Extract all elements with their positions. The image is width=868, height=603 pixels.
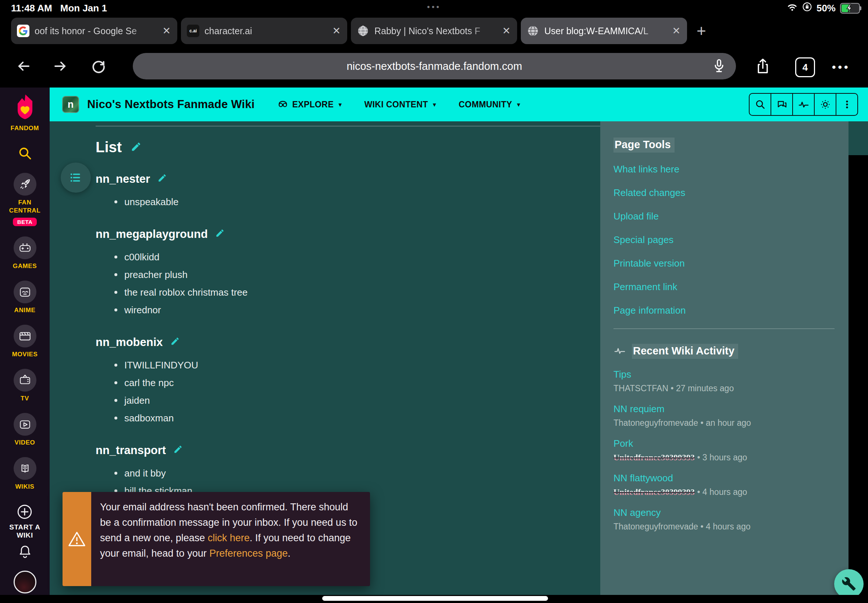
list-item: ITWILLFINDYOU bbox=[124, 356, 600, 374]
new-tab-button[interactable]: + bbox=[696, 23, 706, 39]
address-bar[interactable]: nicos-nextbots-fanmade.fandom.com bbox=[133, 53, 736, 79]
kebab-menu-icon[interactable] bbox=[836, 94, 857, 115]
status-bar: 11:48 AM Mon Jan 1 ••• 50% bbox=[0, 0, 868, 16]
notifications-bell-icon[interactable] bbox=[18, 544, 32, 561]
tab-title: character.ai bbox=[204, 26, 326, 36]
tab-switcher-button[interactable]: 4 bbox=[795, 57, 815, 77]
close-icon[interactable]: ✕ bbox=[331, 25, 341, 37]
header-action-group bbox=[749, 93, 858, 116]
page-tools-links: What links hereRelated changesUpload fil… bbox=[613, 164, 834, 316]
back-button[interactable] bbox=[10, 53, 37, 79]
search-icon[interactable] bbox=[750, 94, 771, 115]
edit-pencil-icon[interactable] bbox=[170, 336, 180, 349]
activity-user[interactable]: Thatoneguyfromevade bbox=[613, 418, 698, 428]
chevron-down-icon: ▼ bbox=[432, 102, 437, 108]
page-tools-link[interactable]: Special pages bbox=[613, 234, 834, 246]
menu-explore[interactable]: EXPLORE▼ bbox=[277, 99, 343, 110]
url-text: nicos-nextbots-fanmade.fandom.com bbox=[347, 60, 522, 73]
rail-divider bbox=[613, 328, 834, 329]
date: Mon Jan 1 bbox=[60, 3, 107, 14]
activity-page-link[interactable]: Pork bbox=[613, 438, 633, 449]
email-confirmation-toast: Your email address hasn't been confirmed… bbox=[62, 492, 370, 586]
tv-icon[interactable] bbox=[14, 369, 36, 391]
page-tools-link[interactable]: Permanent link bbox=[613, 281, 834, 293]
warning-strip bbox=[62, 492, 91, 586]
menu-community[interactable]: COMMUNITY▼ bbox=[459, 100, 521, 110]
tab-google-search[interactable]: oof its honor - Google Se ✕ bbox=[11, 18, 177, 44]
rail-item-fan-central[interactable]: FANCENTRAL bbox=[9, 199, 40, 215]
edit-pencil-icon[interactable] bbox=[173, 444, 183, 457]
close-icon[interactable]: ✕ bbox=[501, 25, 511, 37]
activity-meta: THATSCTFAN • 27 minutes ago bbox=[613, 383, 834, 393]
fandom-label[interactable]: FANDOM bbox=[11, 124, 39, 132]
search-icon[interactable] bbox=[17, 145, 33, 162]
page-heading-text: List bbox=[96, 139, 122, 156]
activity-pulse-icon[interactable] bbox=[792, 94, 814, 115]
share-icon[interactable] bbox=[750, 53, 776, 79]
activity-user[interactable]: Thatoneguyfromevade bbox=[613, 522, 698, 531]
rail-item-video[interactable]: VIDEO bbox=[15, 439, 35, 447]
clapperboard-icon[interactable] bbox=[14, 325, 36, 348]
home-indicator[interactable] bbox=[322, 596, 548, 601]
gamepad-icon[interactable] bbox=[14, 237, 36, 259]
toc-button[interactable] bbox=[61, 162, 91, 193]
user-avatar[interactable] bbox=[14, 571, 36, 594]
fandom-logo-icon[interactable] bbox=[13, 93, 37, 121]
rail-item-anime[interactable]: ANIME bbox=[14, 306, 36, 314]
edit-pencil-icon[interactable] bbox=[131, 139, 142, 156]
activity-user[interactable]: Unitedfrance30399393 bbox=[613, 487, 695, 497]
activity-page-link[interactable]: NN requiem bbox=[613, 404, 665, 415]
wiki-title[interactable]: Nico's Nextbots Fanmade Wiki bbox=[87, 98, 255, 111]
globe-icon bbox=[527, 25, 539, 37]
activity-page-link[interactable]: NN flattywood bbox=[613, 473, 673, 484]
page-tools-link[interactable]: Upload file bbox=[613, 211, 834, 222]
close-icon[interactable]: ✕ bbox=[671, 25, 681, 37]
edit-pencil-icon[interactable] bbox=[215, 227, 225, 241]
browser-menu-icon[interactable]: ••• bbox=[832, 61, 850, 74]
browser-tab-bar: oof its honor - Google Se ✕ c.ai charact… bbox=[0, 17, 868, 45]
rail-item-tv[interactable]: TV bbox=[21, 394, 29, 403]
admin-tools-button[interactable] bbox=[834, 569, 863, 598]
forward-button[interactable] bbox=[47, 53, 74, 79]
anime-face-icon[interactable] bbox=[14, 281, 36, 303]
rail-item-movies[interactable]: MOVIES bbox=[12, 350, 38, 359]
list-item: and it bby bbox=[124, 464, 600, 482]
microphone-icon[interactable] bbox=[712, 58, 726, 77]
theme-sun-icon[interactable] bbox=[814, 94, 836, 115]
page-tools-link[interactable]: Printable version bbox=[613, 258, 834, 269]
page-tools-link[interactable]: What links here bbox=[613, 164, 834, 175]
toast-message: Your email address hasn't been confirmed… bbox=[91, 492, 370, 586]
wifi-icon bbox=[787, 3, 798, 14]
recent-activity-heading: Recent Wiki Activity bbox=[632, 344, 738, 359]
wiki-logo[interactable]: n bbox=[62, 96, 79, 113]
start-a-wiki-button[interactable]: START AWIKI bbox=[9, 503, 40, 540]
toast-link[interactable]: Preferences page bbox=[209, 548, 288, 559]
section-list: c00lkiddpreacher plushthe real roblox ch… bbox=[96, 248, 600, 319]
open-book-icon[interactable] bbox=[14, 457, 36, 480]
discussions-icon[interactable] bbox=[771, 94, 792, 115]
activity-user[interactable]: THATSCTFAN bbox=[613, 383, 668, 393]
page-tools-link[interactable]: Related changes bbox=[613, 187, 834, 199]
section-divider bbox=[96, 126, 600, 127]
rail-item-wikis[interactable]: WIKIS bbox=[15, 483, 34, 491]
activity-user[interactable]: Unitedfrance30399393 bbox=[613, 453, 695, 462]
toast-link[interactable]: click here bbox=[208, 532, 250, 543]
rocket-icon[interactable] bbox=[14, 173, 36, 196]
tab-character-ai[interactable]: c.ai character.ai ✕ bbox=[181, 18, 347, 44]
tab-user-blog-active[interactable]: User blog:W-EAMMICA/L ✕ bbox=[521, 18, 687, 44]
menu-wiki-content[interactable]: WIKI CONTENT▼ bbox=[364, 100, 437, 110]
list-item: jaiden bbox=[124, 391, 600, 409]
activity-entry: NN requiemThatoneguyfromevade • an hour … bbox=[613, 404, 834, 428]
activity-page-link[interactable]: NN agency bbox=[613, 507, 661, 518]
multitask-dots-icon[interactable]: ••• bbox=[427, 2, 441, 12]
edit-pencil-icon[interactable] bbox=[158, 172, 167, 186]
fandom-global-rail: FANDOM FANCENTRAL BETA GAMES ANIME MOVIE… bbox=[0, 88, 50, 603]
reload-button[interactable] bbox=[85, 53, 112, 79]
close-icon[interactable]: ✕ bbox=[161, 25, 172, 37]
activity-pulse-icon bbox=[613, 345, 626, 358]
rail-item-games[interactable]: GAMES bbox=[13, 262, 37, 270]
activity-page-link[interactable]: Tips bbox=[613, 369, 631, 380]
video-play-icon[interactable] bbox=[14, 413, 36, 436]
page-tools-link[interactable]: Page information bbox=[613, 305, 834, 316]
tab-rabby[interactable]: Rabby | Nico's Nextbots F ✕ bbox=[351, 18, 517, 44]
